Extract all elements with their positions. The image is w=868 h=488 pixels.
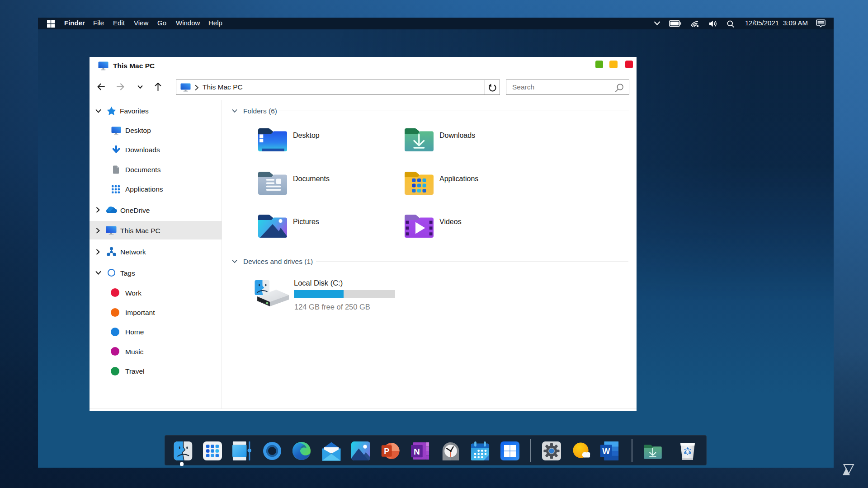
- svg-text:N: N: [414, 447, 420, 456]
- svg-text:W: W: [602, 447, 610, 456]
- svg-text:P: P: [384, 446, 389, 456]
